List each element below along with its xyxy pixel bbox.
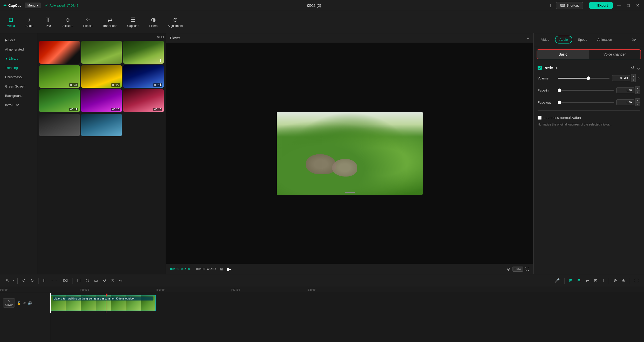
grid-snap-button[interactable]: ⊟ <box>576 277 582 284</box>
loudness-checkbox[interactable] <box>538 116 542 120</box>
play-button[interactable]: ▶ <box>227 266 231 272</box>
toolbar-transitions[interactable]: ⇄ Transitions <box>98 15 122 30</box>
toolbar-effects-label: Effects <box>83 24 92 28</box>
lock-icon[interactable]: 🔒 <box>17 301 21 305</box>
shortcut-button[interactable]: ⌨ Shortcut <box>556 2 583 9</box>
mic-button[interactable]: 🎤 <box>553 277 561 284</box>
volume-track-icon[interactable]: 🔊 <box>28 301 32 305</box>
close-button[interactable]: ✕ <box>634 2 641 9</box>
fade-out-stepper[interactable]: ▲ ▼ <box>635 98 640 106</box>
basic-header: Basic ▲ ↺ ◇ <box>538 65 640 70</box>
timeline-tracks: ✎ Cover 🔒 👁 🔊 ▼ Little kitten wal <box>0 293 644 342</box>
sidebar-item-intro-end[interactable]: Intro&End <box>1 101 36 109</box>
media-thumb-5[interactable]: 00:27 <box>81 65 122 88</box>
delete-button[interactable]: ☐ <box>75 277 82 284</box>
sidebar-item-trending[interactable]: Trending <box>1 63 36 72</box>
zoom-in-button[interactable]: ⊕ <box>620 277 627 284</box>
filter-all[interactable]: All ⊟ <box>157 35 164 39</box>
timeline-grid-button[interactable]: ⊞ <box>220 267 223 271</box>
sidebar-item-background[interactable]: Background <box>1 91 36 100</box>
select-tool-button[interactable]: ↖ <box>4 277 11 284</box>
tab-audio[interactable]: Audio <box>555 36 572 44</box>
app-name: CapCut <box>8 4 21 8</box>
media-thumb-1[interactable] <box>39 41 80 64</box>
basic-reset-button[interactable]: ↺ <box>631 65 634 70</box>
toolbar-media[interactable]: ⊞ Media <box>2 15 20 30</box>
media-thumb-6[interactable]: 00:14 ⬇ <box>123 65 164 88</box>
audio-tab-basic[interactable]: Basic <box>537 50 589 59</box>
toolbar-effects[interactable]: ✧ Effects <box>79 15 97 30</box>
eye-icon[interactable]: 👁 <box>23 301 26 305</box>
basic-diamond-button[interactable]: ◇ <box>637 66 640 70</box>
split-button[interactable]: ⫿ <box>42 277 47 284</box>
media-thumb-3[interactable]: ⬇ <box>123 41 164 64</box>
tab-animation[interactable]: Animation <box>593 36 617 44</box>
tab-more[interactable]: ≫ <box>628 35 641 44</box>
sidebar-item-christmas[interactable]: Christmas&... <box>1 73 36 81</box>
toolbar-audio[interactable]: ♪ Audio <box>21 15 38 30</box>
minimize-button[interactable]: — <box>616 2 623 9</box>
fade-out-slider[interactable] <box>558 102 614 103</box>
flip-button[interactable]: ⇔ <box>117 277 124 284</box>
tab-video[interactable]: Video <box>537 36 554 44</box>
toolbar-adjustment[interactable]: ⊙ Adjustment <box>163 15 187 30</box>
fullscreen-tl-button[interactable]: ⛶ <box>633 277 640 284</box>
fade-in-stepper[interactable]: ▲ ▼ <box>635 86 640 94</box>
magnet-button[interactable]: ⊞ <box>568 277 574 284</box>
volume-keyframe[interactable]: ◇ <box>638 76 640 80</box>
link-button[interactable]: ⇌ <box>584 277 590 284</box>
aspect-button[interactable]: ▭ <box>93 277 99 284</box>
screenshot-button[interactable]: ⊙ <box>507 267 510 272</box>
volume-slider[interactable] <box>558 78 610 79</box>
sidebar-library-header[interactable]: ▼ Library <box>1 54 36 63</box>
player-menu-button[interactable]: ≡ <box>527 36 529 40</box>
split2-button[interactable]: ⋮⋮ <box>49 277 60 284</box>
toolbar-stickers[interactable]: ☺ Stickers <box>58 15 78 30</box>
maximize-button[interactable]: □ <box>625 2 632 9</box>
media-thumb-4[interactable]: 00:44 <box>39 65 80 88</box>
fade-out-down[interactable]: ▼ <box>635 102 640 106</box>
sidebar-item-local[interactable]: ▶ Local <box>1 36 36 45</box>
sidebar-item-green-screen[interactable]: Green Screen <box>1 82 36 91</box>
video-clip-main[interactable]: Little kitten walking on the green grass… <box>50 295 156 311</box>
toolbar-filters[interactable]: ◑ Filters <box>145 15 162 30</box>
fade-in-down[interactable]: ▼ <box>635 90 640 94</box>
shield-button[interactable]: ⬡ <box>84 277 91 284</box>
toolbar-captions[interactable]: ☰ Captions <box>123 15 143 30</box>
loop-button[interactable]: ↺ <box>101 277 108 284</box>
menu-button[interactable]: Menu ▾ <box>25 3 41 8</box>
volume-stepper[interactable]: ▲ ▼ <box>631 74 636 82</box>
media-thumb-11[interactable] <box>81 114 122 137</box>
player-icons: ⊙ Ratio ⛶ <box>507 267 529 272</box>
media-thumb-8[interactable]: 00:20 <box>81 89 122 112</box>
caption-split-button[interactable]: ⫶ <box>601 277 606 284</box>
delete-segment-button[interactable]: ⌧ <box>62 277 69 284</box>
duration-9: 00:10 <box>153 108 162 111</box>
media-thumb-9[interactable]: 00:10 <box>123 89 164 112</box>
audio-tab-voice-changer[interactable]: Voice changer <box>589 50 641 59</box>
redo-button[interactable]: ↻ <box>29 277 35 284</box>
basic-checkbox[interactable] <box>538 66 542 70</box>
basic-collapse-arrow[interactable]: ▲ <box>555 66 558 70</box>
media-thumb-2[interactable] <box>81 41 122 64</box>
fade-in-up[interactable]: ▲ <box>635 86 640 90</box>
tab-speed[interactable]: Speed <box>573 36 592 44</box>
zoom-out-button[interactable]: ⊖ <box>612 277 618 284</box>
fade-out-up[interactable]: ▲ <box>635 98 640 102</box>
transform-button[interactable]: ⧖ <box>110 277 115 284</box>
ratio-button[interactable]: Ratio <box>512 267 523 272</box>
fullscreen-button[interactable]: ⛶ <box>525 267 529 272</box>
toolbar-text[interactable]: T Text <box>39 14 57 30</box>
sidebar-item-ai-generated[interactable]: AI generated <box>1 45 36 54</box>
undo-button[interactable]: ↺ <box>21 277 27 284</box>
subtitle-button[interactable]: ⊠ <box>592 277 599 284</box>
volume-up[interactable]: ▲ <box>631 74 636 78</box>
cover-button[interactable]: ✎ Cover <box>3 298 15 308</box>
media-thumb-7[interactable]: 00:10 ⬇ <box>39 89 80 112</box>
toolbar-filters-label: Filters <box>149 24 157 28</box>
fade-in-slider[interactable] <box>558 90 614 91</box>
export-button[interactable]: ↑ Export <box>589 2 613 9</box>
media-thumb-10[interactable] <box>39 114 80 137</box>
volume-down[interactable]: ▼ <box>631 78 636 82</box>
ruler-mark-130: |01:30 <box>231 288 240 291</box>
